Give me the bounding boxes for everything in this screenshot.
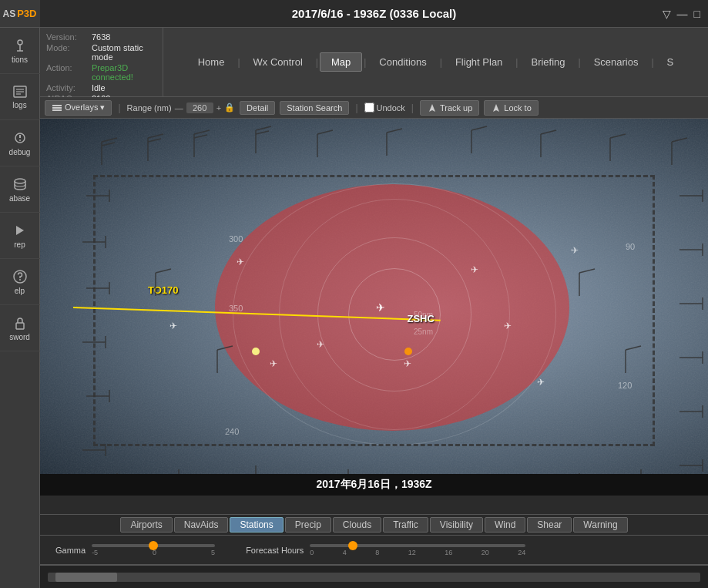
range-control: Range (nm) — 260 + 🔒 (127, 102, 236, 113)
sidebar: AS P3D tions logs debug abase rep elp sw… (0, 0, 40, 588)
tab-stations[interactable]: Stations (230, 517, 283, 533)
tb-sep-2: | (355, 102, 357, 113)
map-area[interactable]: TO170 ZSHC ✈ ✈ ✈ ✈ ✈ ✈ ✈ ✈ ✈ ✈ (40, 119, 708, 496)
tab-visibility[interactable]: Visibility (430, 517, 483, 533)
topbar-title: 2017/6/16 - 1936Z (0336 Local) (292, 7, 456, 20)
nav-div-1: | (237, 57, 240, 68)
nav-div-2: | (316, 57, 318, 68)
svg-point-7 (19, 139, 21, 141)
toolbar: Overlays ▾ | Range (nm) — 260 + 🔒 Detail… (40, 97, 708, 119)
nav-wx-control[interactable]: Wx Control (242, 52, 314, 72)
nav-div-7: | (651, 57, 653, 68)
to-label: TO170 (148, 284, 179, 296)
svg-point-0 (18, 40, 22, 45)
aircraft-7: ✈ (270, 358, 277, 369)
svg-marker-9 (16, 226, 24, 235)
range-plus-icon[interactable]: + (216, 103, 221, 113)
gamma-track[interactable] (92, 544, 215, 547)
activity-label: Activity: (46, 83, 89, 92)
tb-sep-1: | (118, 102, 120, 113)
tab-shear[interactable]: Shear (527, 517, 572, 533)
sidebar-label-rep: rep (14, 240, 25, 249)
tab-clouds[interactable]: Clouds (333, 517, 381, 533)
sidebar-item-logs[interactable]: logs (0, 74, 40, 120)
sidebar-label-database: abase (9, 194, 30, 203)
sidebar-item-database[interactable]: abase (0, 166, 40, 213)
sidebar-label-debug: debug (9, 148, 31, 156)
station-search-button[interactable]: Station Search (280, 101, 349, 115)
range-minus-icon[interactable]: — (175, 103, 183, 113)
datetime-bar: 2017年6月16日，1936Z (40, 474, 708, 496)
overlays-button[interactable]: Overlays ▾ (45, 100, 112, 116)
action-value: Prepar3D connected! (92, 63, 156, 82)
minimize-icon[interactable]: ▽ (663, 8, 671, 20)
tb-sep-3: | (411, 102, 414, 113)
range-value: 260 (186, 102, 213, 113)
sidebar-item-password[interactable]: sword (0, 305, 40, 351)
version-label: Version: (46, 32, 89, 42)
nav-scenarios[interactable]: Scenarios (582, 52, 650, 72)
aircraft-2: ✈ (237, 257, 244, 267)
aircraft-6: ✈ (404, 358, 411, 369)
scroll-thumb[interactable] (55, 573, 117, 582)
sidebar-item-debug[interactable]: debug (0, 120, 40, 166)
svg-rect-14 (52, 107, 62, 109)
gamma-label: Gamma (55, 546, 86, 555)
gamma-thumb[interactable] (149, 541, 158, 550)
nav-briefing[interactable]: Briefing (519, 52, 576, 72)
aircraft-9: ✈ (169, 321, 177, 331)
nav-map[interactable]: Map (320, 52, 362, 72)
svg-rect-12 (16, 323, 24, 329)
datetime-text: 2017年6月16日，1936Z (316, 478, 431, 492)
nav-flight-plan[interactable]: Flight Plan (444, 52, 514, 72)
sidebar-item-rep[interactable]: rep (0, 213, 40, 259)
nav-extra[interactable]: S (656, 52, 686, 72)
tab-airports[interactable]: Airports (120, 517, 172, 533)
maximize-icon[interactable]: □ (694, 8, 700, 20)
scroll-track[interactable] (48, 573, 700, 582)
range-label: Range (nm) (127, 103, 172, 113)
infobar-details: Version: 7638 Mode: Custom static mode A… (40, 28, 163, 96)
gamma-slider-group: Gamma -5 0 5 (55, 544, 215, 556)
tab-precip[interactable]: Precip (285, 517, 331, 533)
lock-icon[interactable]: 🔒 (224, 102, 235, 113)
lock-to-button[interactable]: Lock to (484, 100, 538, 116)
sidebar-label-logs: logs (12, 101, 26, 109)
nav-home[interactable]: Home (186, 52, 237, 72)
bottom-tabs: Airports NavAids Stations Precip Clouds … (40, 514, 708, 536)
nav-menu: Home | Wx Control | Map | Conditions | F… (163, 28, 708, 96)
tab-traffic[interactable]: Traffic (383, 517, 428, 533)
aircraft-4: ✈ (317, 339, 324, 350)
tab-wind[interactable]: Wind (485, 517, 525, 533)
topbar: 2017/6/16 - 1936Z (0336 Local) ▽ — □ (40, 0, 708, 28)
svg-rect-15 (52, 109, 62, 111)
detail-button[interactable]: Detail (240, 101, 275, 115)
nav-div-6: | (579, 57, 581, 68)
sidebar-item-help[interactable]: elp (0, 259, 40, 305)
infobar: Version: 7638 Mode: Custom static mode A… (40, 28, 708, 97)
station-label: ZSHC (407, 312, 434, 324)
aircraft-10: ✈ (571, 245, 579, 256)
nav-div-3: | (364, 57, 366, 68)
track-up-button[interactable]: Track up (420, 100, 479, 116)
nav-conditions[interactable]: Conditions (367, 52, 438, 72)
aircraft-8: ✈ (537, 377, 545, 388)
forecast-label: Forecast Hours (246, 546, 304, 555)
sidebar-label-stations: tions (12, 55, 28, 64)
bottom-sliders: Gamma -5 0 5 Forecast Hours 0 4 8 12 16 (40, 536, 708, 565)
forecast-ticks: 0 4 8 12 16 20 24 (310, 549, 525, 556)
tab-navaids[interactable]: NavAids (174, 517, 229, 533)
restore-icon[interactable]: — (677, 8, 688, 20)
forecast-track[interactable] (310, 544, 525, 547)
sidebar-item-stations[interactable]: tions (0, 28, 40, 74)
bottom-scrollbar[interactable] (40, 565, 708, 588)
svg-point-11 (19, 279, 21, 281)
sidebar-label-password: sword (9, 333, 30, 341)
nav-div-5: | (515, 57, 518, 68)
tab-warning[interactable]: Warning (573, 517, 627, 533)
undock-checkbox[interactable]: Undock (364, 102, 405, 113)
undock-check[interactable] (364, 102, 374, 113)
forecast-thumb[interactable] (348, 541, 357, 550)
action-label: Action: (46, 63, 89, 82)
nav-div-4: | (440, 57, 442, 68)
